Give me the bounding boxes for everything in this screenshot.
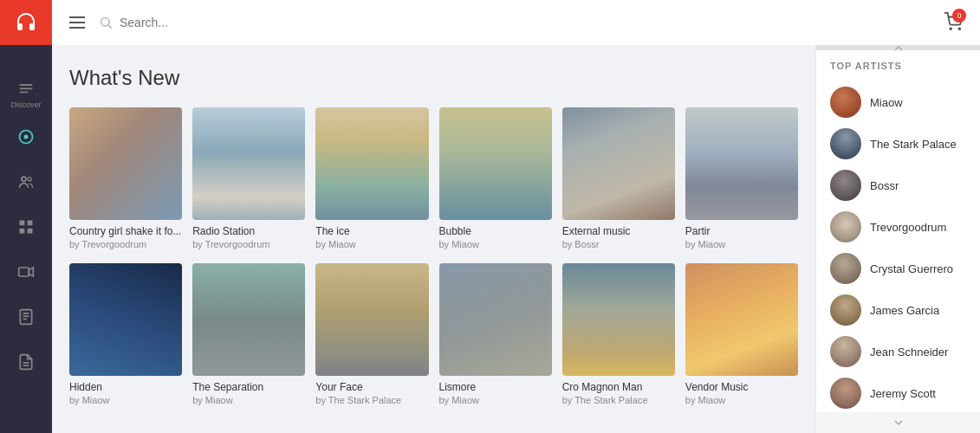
track-title: The Separation (192, 381, 305, 393)
cart-button[interactable]: 0 (944, 12, 963, 34)
track-artist: by Miaow (439, 395, 552, 405)
artist-avatar (830, 128, 861, 159)
artist-avatar (830, 294, 861, 326)
scroll-down-indicator[interactable] (816, 412, 980, 433)
sidebar-item-file[interactable] (0, 339, 52, 385)
sidebar-item-video[interactable] (0, 249, 52, 294)
video-icon (17, 263, 35, 281)
header: 0 (52, 0, 980, 45)
top-artists-section: TOP ARTISTS Miaow The Stark Palace Bossr… (816, 50, 980, 412)
music-card[interactable]: Hidden by Miaow (69, 263, 182, 405)
music-card[interactable]: Your Face by The Stark Palace (315, 263, 428, 405)
track-artist: by Miaow (315, 239, 428, 249)
artist-name: Jean Schneider (870, 346, 948, 359)
track-artist: by Miaow (685, 239, 798, 249)
artist-item[interactable]: Jean Schneider (830, 331, 966, 372)
track-title: Your Face (315, 381, 428, 393)
artist-avatar (830, 378, 861, 409)
search-icon (99, 16, 113, 29)
music-card[interactable]: External music by Bossr (562, 107, 675, 249)
track-thumbnail (439, 107, 552, 220)
artist-name: Crystal Guerrero (870, 262, 953, 275)
track-thumbnail (685, 107, 798, 220)
music-card[interactable]: Bubble by Miaow (439, 107, 552, 249)
track-thumbnail (69, 107, 182, 220)
discover-icon (17, 81, 35, 99)
section-title: What's New (69, 66, 798, 90)
content-area: What's New Country girl shake it fo... b… (52, 45, 980, 433)
track-title: The ice (315, 225, 428, 237)
artist-item[interactable]: Bossr (830, 165, 966, 206)
artist-name: Miaow (870, 96, 903, 109)
artist-avatar (830, 211, 861, 242)
sidebar-item-book[interactable] (0, 294, 52, 339)
track-title: Hidden (69, 381, 182, 393)
music-card[interactable]: The ice by Miaow (315, 107, 428, 249)
music-grid-row2: Hidden by Miaow The Separation by Miaow … (69, 263, 798, 405)
search-input[interactable] (120, 16, 293, 29)
svg-rect-11 (19, 268, 29, 276)
track-artist: by Miaow (685, 395, 798, 405)
artist-avatar (830, 87, 861, 118)
svg-rect-0 (19, 84, 32, 86)
scroll-down-icon (894, 420, 903, 425)
artist-avatar (830, 336, 861, 367)
track-thumbnail (192, 107, 305, 220)
artist-name: Jeremy Scott (870, 387, 936, 400)
track-thumbnail (562, 263, 675, 376)
svg-rect-7 (20, 221, 25, 226)
track-thumbnail (192, 263, 305, 376)
search-container (99, 16, 293, 29)
svg-rect-9 (20, 229, 25, 234)
svg-rect-1 (19, 88, 32, 90)
artist-item[interactable]: James Garcia (830, 289, 966, 331)
music-card[interactable]: Partir by Miaow (685, 107, 798, 249)
artist-name: Bossr (870, 179, 899, 192)
track-thumbnail (315, 263, 428, 376)
artist-item[interactable]: Crystal Guerrero (830, 248, 966, 289)
sidebar-discover-label: Discover (10, 100, 41, 109)
track-artist: by The Stark Palace (315, 395, 428, 405)
track-artist: by Bossr (562, 239, 675, 249)
track-thumbnail (685, 263, 798, 376)
svg-line-19 (108, 25, 112, 29)
sidebar-item-explore[interactable] (0, 114, 52, 159)
track-thumbnail (562, 107, 675, 220)
music-card[interactable]: Country girl shake it fo... by Trevorgoo… (69, 107, 182, 249)
track-title: Partir (685, 225, 798, 237)
sidebar-item-discover[interactable]: Discover (10, 62, 41, 114)
artist-name: James Garcia (870, 304, 939, 317)
sidebar-item-users[interactable] (0, 159, 52, 204)
explore-icon (17, 128, 35, 145)
svg-point-21 (958, 28, 960, 29)
artist-item[interactable]: Jeremy Scott (830, 372, 966, 412)
music-card[interactable]: The Separation by Miaow (192, 263, 305, 405)
track-artist: by Miaow (192, 395, 305, 405)
svg-point-20 (950, 28, 951, 29)
main-area: 0 What's New Country girl shake it fo...… (52, 0, 980, 433)
right-panel: TOP ARTISTS Miaow The Stark Palace Bossr… (815, 45, 980, 433)
music-card[interactable]: Lismore by Miaow (439, 263, 552, 405)
sidebar: Discover (0, 0, 52, 433)
track-thumbnail (439, 263, 552, 376)
hamburger-button[interactable] (69, 16, 85, 29)
music-card[interactable]: Cro Magnon Man by The Stark Palace (562, 263, 675, 405)
artist-avatar (830, 170, 861, 201)
artist-name: The Stark Palace (870, 138, 957, 151)
file-icon (17, 353, 35, 371)
track-artist: by The Stark Palace (562, 395, 675, 405)
artist-item[interactable]: Trevorgoodrum (830, 206, 966, 248)
track-title: Country girl shake it fo... (69, 225, 182, 237)
artist-item[interactable]: Miaow (830, 81, 966, 123)
artist-avatar (830, 253, 861, 284)
artist-item[interactable]: The Stark Palace (830, 123, 966, 165)
music-card[interactable]: Radio Station by Trevorgoodrum (192, 107, 305, 249)
app-logo[interactable] (0, 0, 52, 45)
track-artist: by Trevorgoodrum (69, 239, 182, 249)
svg-point-18 (101, 18, 109, 26)
sidebar-item-grid[interactable] (0, 204, 52, 249)
users-icon (17, 173, 35, 191)
music-card[interactable]: Vendor Music by Miaow (685, 263, 798, 405)
artists-list: Miaow The Stark Palace Bossr Trevorgoodr… (830, 81, 966, 412)
grid-icon (17, 218, 35, 236)
